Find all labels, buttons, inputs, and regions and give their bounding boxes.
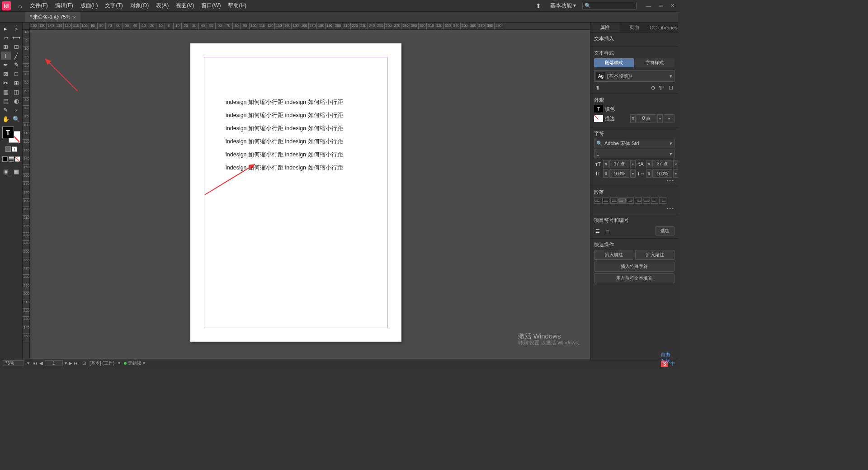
first-page-icon[interactable]: ⏮ xyxy=(33,361,38,366)
eyedropper-tool[interactable]: ✎ xyxy=(1,106,11,114)
vscale-input[interactable]: 100% xyxy=(609,169,629,178)
next-page-icon[interactable]: ▶ xyxy=(69,361,72,366)
justify-center[interactable] xyxy=(627,197,634,204)
format-container[interactable] xyxy=(5,146,11,152)
rectangle-frame-tool[interactable]: ⊠ xyxy=(1,70,11,78)
share-icon[interactable]: ⬆ xyxy=(533,2,544,9)
prev-page-icon[interactable]: ◀ xyxy=(39,361,43,366)
clear-override-icon[interactable]: ¶⁺ xyxy=(658,85,665,91)
measure-tool[interactable]: ⟋ xyxy=(12,106,22,114)
zoom-level[interactable]: 75% xyxy=(3,360,24,366)
insert-endnote-button[interactable]: 插入尾注 xyxy=(635,250,675,260)
type-tool[interactable]: T xyxy=(1,52,11,60)
align-right[interactable] xyxy=(610,197,618,204)
character-style-tab[interactable]: 字符样式 xyxy=(635,58,675,67)
view-mode-normal[interactable]: ▣ xyxy=(1,167,11,175)
paragraph-style-dropdown[interactable]: Ag [基本段落]+ ▾ xyxy=(594,70,675,82)
pencil-tool[interactable]: ✎ xyxy=(12,61,22,69)
text-line[interactable]: indesign 如何缩小行距 indesign 如何缩小行距 xyxy=(226,148,366,161)
content-tool[interactable]: ⊞ xyxy=(1,42,11,51)
horizontal-ruler[interactable]: 1601501401301201101009080706050403020100… xyxy=(23,23,590,30)
page[interactable]: indesign 如何缩小行距 indesign 如何缩小行距indesign … xyxy=(190,43,401,342)
text-line[interactable]: indesign 如何缩小行距 indesign 如何缩小行距 xyxy=(226,96,366,109)
menu-layout[interactable]: 版面(L) xyxy=(77,0,102,11)
search-input[interactable]: 🔍 xyxy=(582,2,637,10)
selection-tool[interactable]: ▸ xyxy=(1,24,11,33)
hscale-input[interactable]: 100% xyxy=(652,169,672,178)
font-style-dropdown[interactable]: L▾ xyxy=(594,150,675,158)
zoom-tool[interactable]: 🔍 xyxy=(12,115,22,123)
gap-tool[interactable]: ⟷ xyxy=(12,33,22,42)
apply-none[interactable] xyxy=(15,156,20,162)
fill-stroke-swatch[interactable]: T xyxy=(2,127,20,143)
align-toward-spine[interactable] xyxy=(651,197,658,204)
canvas[interactable]: indesign 如何缩小行距 indesign 如何缩小行距indesign … xyxy=(30,30,590,359)
gradient-tool[interactable]: ▦ xyxy=(1,88,11,96)
text-line[interactable]: indesign 如何缩小行距 indesign 如何缩小行距 xyxy=(226,161,366,174)
document-tab[interactable]: * 未命名-1 @ 75% × xyxy=(25,12,80,22)
delete-style-icon[interactable]: ☐ xyxy=(667,85,675,91)
leading-stepper[interactable]: ⇅ xyxy=(646,160,651,168)
home-icon[interactable]: ⌂ xyxy=(18,2,22,9)
note-tool[interactable]: ▤ xyxy=(1,97,11,105)
gradient-feather-tool[interactable]: ◫ xyxy=(12,88,22,96)
stroke-weight-input[interactable]: 0 点 xyxy=(637,114,656,122)
workspace-dropdown[interactable]: 基本功能 ▾ xyxy=(547,1,579,10)
tab-pages[interactable]: 页面 xyxy=(620,23,649,32)
page-number-input[interactable]: 1 xyxy=(45,360,63,366)
tab-properties[interactable]: 属性 xyxy=(590,23,620,32)
transform-tool[interactable]: ⊞ xyxy=(12,79,22,87)
menu-help[interactable]: 帮助(H) xyxy=(224,0,250,11)
ruler-origin[interactable] xyxy=(23,23,30,30)
last-page-icon[interactable]: ⏭ xyxy=(74,361,79,366)
font-family-dropdown[interactable]: 🔍Adobe 宋体 Std▾ xyxy=(594,139,675,148)
numbering-icon[interactable]: ≡ xyxy=(604,228,611,234)
leading-input[interactable]: 37 点 xyxy=(652,160,672,168)
view-mode-preview[interactable]: ▦ xyxy=(12,167,22,175)
maximize-icon[interactable]: ▭ xyxy=(656,3,665,9)
pen-tool[interactable]: ✒ xyxy=(1,61,11,69)
new-style-icon[interactable]: ⊕ xyxy=(649,85,656,91)
apply-gradient[interactable] xyxy=(9,156,14,162)
text-frame[interactable]: indesign 如何缩小行距 indesign 如何缩小行距indesign … xyxy=(226,96,366,174)
menu-object[interactable]: 对象(O) xyxy=(127,0,152,11)
fill-color-icon[interactable]: T xyxy=(594,105,603,113)
justify-all[interactable] xyxy=(643,197,650,204)
fill-placeholder-button[interactable]: 用占位符文本填充 xyxy=(594,273,675,283)
align-left[interactable] xyxy=(594,197,601,204)
tab-close-icon[interactable]: × xyxy=(73,14,75,20)
align-away-spine[interactable] xyxy=(659,197,666,204)
stroke-dd[interactable]: ▾ xyxy=(657,114,663,122)
justify-left[interactable] xyxy=(618,197,626,204)
content-placer[interactable]: ⊡ xyxy=(12,42,22,51)
menu-window[interactable]: 窗口(W) xyxy=(198,0,224,11)
bullets-options-button[interactable]: 选项 xyxy=(656,226,675,235)
apply-color[interactable] xyxy=(2,156,8,162)
format-text[interactable]: T xyxy=(12,146,17,152)
line-tool[interactable]: ╱ xyxy=(12,52,22,60)
open-dialog-icon[interactable]: ⊡ xyxy=(82,361,86,366)
fill-swatch[interactable]: T xyxy=(2,127,14,138)
paragraph-style-tab[interactable]: 段落样式 xyxy=(594,58,634,67)
stroke-color-icon[interactable] xyxy=(594,115,603,122)
menu-type[interactable]: 文字(T) xyxy=(101,0,126,11)
insert-special-char-button[interactable]: 插入特殊字符 xyxy=(594,262,675,272)
tab-cc-libraries[interactable]: CC Libraries xyxy=(649,23,678,32)
menu-table[interactable]: 表(A) xyxy=(152,0,172,11)
more-options-icon[interactable]: ••• xyxy=(594,178,675,183)
menu-view[interactable]: 视图(V) xyxy=(172,0,198,11)
text-line[interactable]: indesign 如何缩小行距 indesign 如何缩小行距 xyxy=(226,135,366,148)
close-icon[interactable]: ✕ xyxy=(668,3,676,9)
stroke-stepper[interactable]: ⇅ xyxy=(630,114,636,122)
color-theme-tool[interactable]: ◐ xyxy=(12,97,22,105)
align-center[interactable] xyxy=(602,197,609,204)
size-stepper[interactable]: ⇅ xyxy=(603,160,609,168)
menu-edit[interactable]: 编辑(E) xyxy=(52,0,77,11)
more-para-icon[interactable]: ••• xyxy=(594,206,675,211)
menu-file[interactable]: 文件(F) xyxy=(26,0,51,11)
justify-right[interactable] xyxy=(635,197,642,204)
bullets-icon[interactable]: ☰ xyxy=(594,228,601,234)
hand-tool[interactable]: ✋ xyxy=(1,115,11,123)
page-tool[interactable]: ▱ xyxy=(1,33,11,42)
vertical-ruler[interactable]: 1001020304050607080901001101201301401501… xyxy=(23,30,30,359)
